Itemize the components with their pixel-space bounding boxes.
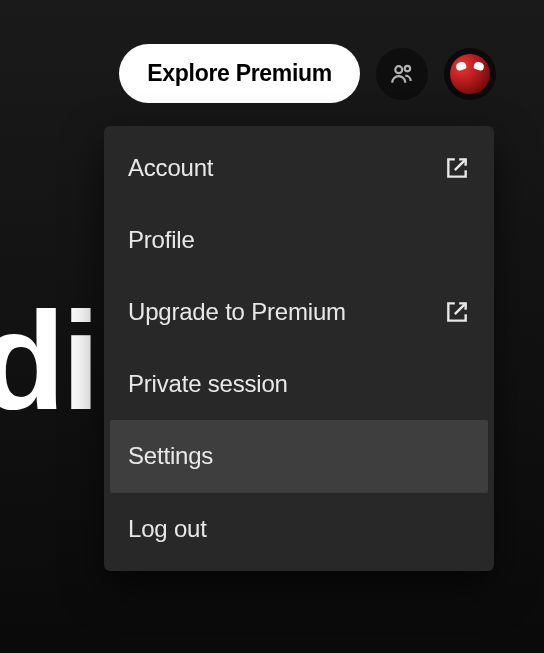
user-menu-dropdown: Account Profile Upgrade to Premium Priva… bbox=[104, 126, 494, 571]
svg-point-0 bbox=[395, 66, 402, 73]
menu-item-logout[interactable]: Log out bbox=[110, 493, 488, 565]
avatar-image bbox=[450, 54, 490, 94]
external-link-icon bbox=[444, 299, 470, 325]
svg-point-1 bbox=[405, 65, 410, 70]
menu-item-upgrade-premium[interactable]: Upgrade to Premium bbox=[110, 276, 488, 348]
menu-item-settings[interactable]: Settings bbox=[110, 420, 488, 492]
explore-premium-button[interactable]: Explore Premium bbox=[119, 44, 360, 103]
menu-item-label: Private session bbox=[128, 370, 288, 398]
menu-item-label: Log out bbox=[128, 515, 207, 543]
menu-item-label: Settings bbox=[128, 442, 213, 470]
background-text: di bbox=[0, 280, 96, 442]
menu-item-label: Profile bbox=[128, 226, 195, 254]
menu-item-profile[interactable]: Profile bbox=[110, 204, 488, 276]
menu-item-label: Account bbox=[128, 154, 213, 182]
profile-avatar-button[interactable] bbox=[444, 48, 496, 100]
menu-item-account[interactable]: Account bbox=[110, 132, 488, 204]
menu-item-private-session[interactable]: Private session bbox=[110, 348, 488, 420]
menu-item-label: Upgrade to Premium bbox=[128, 298, 346, 326]
top-bar: Explore Premium bbox=[0, 0, 544, 103]
friends-activity-button[interactable] bbox=[376, 48, 428, 100]
people-icon bbox=[389, 61, 415, 87]
external-link-icon bbox=[444, 155, 470, 181]
